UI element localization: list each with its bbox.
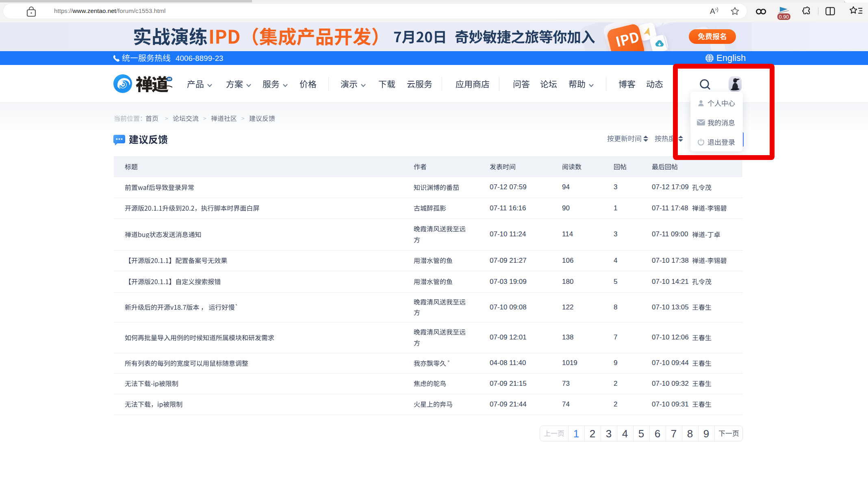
svg-text:0.90: 0.90: [779, 14, 789, 20]
